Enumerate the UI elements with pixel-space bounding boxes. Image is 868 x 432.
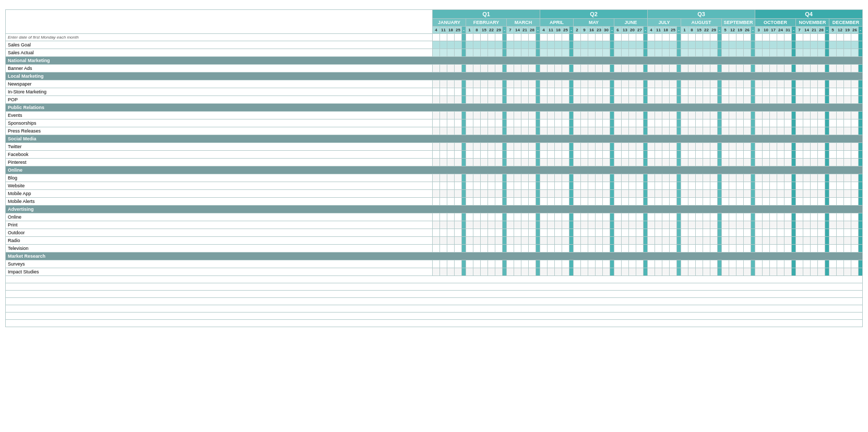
- data-row: POP: [6, 96, 863, 104]
- data-row: Print: [6, 221, 863, 229]
- data-row: Facebook: [6, 151, 863, 159]
- data-row: In-Store Marketing: [6, 88, 863, 96]
- data-row: Blog: [6, 174, 863, 182]
- calendar-table: Q1Q2Q3Q4JANUARYFEBRUARYMARCHAPRILMAYJUNE…: [5, 9, 863, 327]
- data-row: Press Releases: [6, 127, 863, 135]
- data-row: Events: [6, 112, 863, 119]
- category-row: Online: [6, 166, 863, 174]
- category-row: Social Media: [6, 135, 863, 143]
- data-row: Sponsorships: [6, 119, 863, 127]
- category-row: Advertising: [6, 206, 863, 213]
- category-row: Public Relations: [6, 104, 863, 112]
- data-row: Website: [6, 182, 863, 190]
- data-row: Mobile App: [6, 190, 863, 198]
- data-row: Online: [6, 213, 863, 221]
- data-row: Newspaper: [6, 80, 863, 88]
- data-row: Impact Studies: [6, 268, 863, 276]
- data-row: Sales Goal: [6, 41, 863, 49]
- data-row: Mobile Alerts: [6, 198, 863, 206]
- data-row: Sales Actual: [6, 49, 863, 57]
- data-row: Radio: [6, 237, 863, 245]
- data-row: Banner Ads: [6, 65, 863, 73]
- data-row: Pinterest: [6, 159, 863, 166]
- category-row: Local Marketing: [6, 73, 863, 80]
- data-row: Surveys: [6, 260, 863, 268]
- data-row: Outdoor: [6, 229, 863, 237]
- data-row: Twitter: [6, 143, 863, 151]
- category-row: Market Research: [6, 253, 863, 260]
- category-row: National Marketing: [6, 57, 863, 65]
- data-row: Television: [6, 245, 863, 253]
